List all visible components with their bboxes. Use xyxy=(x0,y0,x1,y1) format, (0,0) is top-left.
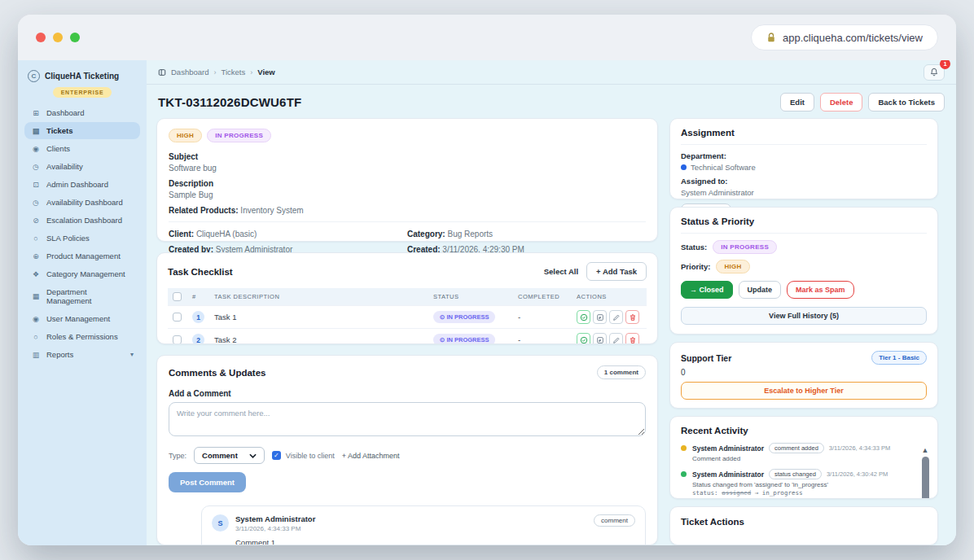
view-full-history-button[interactable]: View Full History (5) xyxy=(681,307,927,325)
activity-author: System Administrator xyxy=(692,444,764,453)
assignment-title: Assignment xyxy=(681,128,927,138)
activity-time: 3/11/2026, 4:30:42 PM xyxy=(827,470,888,478)
note-task-button[interactable] xyxy=(593,333,607,344)
visible-to-client-checkbox[interactable]: ✓ xyxy=(272,451,281,460)
delete-task-button[interactable] xyxy=(625,310,639,324)
sidebar-item-product-management[interactable]: ⊕Product Management xyxy=(24,247,140,265)
ticket-icon: ▤ xyxy=(31,127,41,135)
recent-activity-title: Recent Activity xyxy=(681,426,927,435)
department-icon: ▦ xyxy=(31,292,41,300)
sidebar-item-availability[interactable]: ◷Availability xyxy=(24,158,140,175)
delete-button[interactable]: Delete xyxy=(820,93,863,112)
complete-task-button[interactable] xyxy=(577,310,590,324)
task-completed: - xyxy=(513,306,572,329)
assigned-to-label: Assigned to: xyxy=(681,177,927,186)
breadcrumb-bar: Dashboard › Tickets › View 1 xyxy=(147,60,956,85)
task-checklist-card: Task Checklist Select All + Add Task # xyxy=(156,252,658,344)
sidebar-item-label: Product Management xyxy=(46,252,121,260)
activity-scrollbar[interactable]: ▲ ▼ xyxy=(920,446,930,499)
support-tier-card: Support Tier Tier 1 - Basic 0 Escalate t… xyxy=(669,342,938,409)
description-value: Sample Bug xyxy=(169,190,646,199)
task-checkbox[interactable] xyxy=(173,335,182,344)
subject-value: Software bug xyxy=(169,164,646,173)
sidebar-item-sla-policies[interactable]: ○SLA Policies xyxy=(24,230,140,247)
sidebar-item-label: Category Management xyxy=(46,269,125,278)
clock-icon: ◷ xyxy=(31,199,41,207)
scroll-up-icon[interactable]: ▲ xyxy=(922,446,929,454)
breadcrumb-dashboard[interactable]: Dashboard xyxy=(171,68,208,77)
comment-item: S System Administrator 3/11/2026, 4:34:3… xyxy=(201,505,646,545)
comment-input[interactable] xyxy=(169,402,646,436)
assigned-to-value: System Administrator xyxy=(681,188,927,197)
delete-task-button[interactable] xyxy=(625,333,639,344)
sidebar-item-user-management[interactable]: ◉User Management xyxy=(24,310,140,327)
sidebar-item-label: Availability Dashboard xyxy=(46,198,123,207)
activity-time: 3/11/2026, 4:34:33 PM xyxy=(829,444,890,452)
update-button[interactable]: Update xyxy=(739,281,782,299)
sidebar-item-label: Department Management xyxy=(46,287,134,305)
status-badge: IN PROGRESS xyxy=(713,240,777,254)
sidebar-item-admin-dashboard[interactable]: ⊡Admin Dashboard xyxy=(24,176,140,193)
address-bar[interactable]: app.cliqueha.com/tickets/view xyxy=(751,24,938,50)
sidebar-item-label: User Management xyxy=(46,314,110,323)
sidebar-item-roles-permissions[interactable]: ○Roles & Permissions xyxy=(24,328,140,345)
sidebar-item-availability-dashboard[interactable]: ◷Availability Dashboard xyxy=(24,194,140,211)
column-completed: COMPLETED xyxy=(513,288,572,306)
closed-button[interactable]: → Closed xyxy=(681,281,733,299)
reports-icon: ▥ xyxy=(31,351,41,359)
maximize-window-button[interactable] xyxy=(70,33,80,42)
status-badge: IN PROGRESS xyxy=(207,129,271,142)
add-attachment-link[interactable]: + Add Attachment xyxy=(342,452,400,460)
add-task-button[interactable]: + Add Task xyxy=(586,262,647,281)
department-dot-icon xyxy=(681,164,687,170)
type-label: Type: xyxy=(169,452,186,460)
sidebar-item-clients[interactable]: ◉Clients xyxy=(24,140,140,157)
column-actions: ACTIONS xyxy=(572,288,647,306)
complete-task-button[interactable] xyxy=(577,333,590,344)
close-window-button[interactable] xyxy=(36,33,46,42)
department-label: Department: xyxy=(681,151,927,160)
activity-item: System Administrator comment added 3/11/… xyxy=(681,443,927,462)
related-products: Related Products: Inventory System xyxy=(169,206,646,215)
note-task-button[interactable] xyxy=(593,310,607,324)
subject-label: Subject xyxy=(169,152,646,161)
activity-item: System Administrator status changed 3/11… xyxy=(681,469,927,497)
edit-button[interactable]: Edit xyxy=(780,93,814,112)
sidebar-item-reports[interactable]: ▥Reports▾ xyxy=(24,346,140,363)
mark-as-spam-button[interactable]: Mark as Spam xyxy=(787,281,854,299)
column-num: # xyxy=(187,288,209,306)
chevron-down-icon: ▾ xyxy=(130,351,134,358)
task-checkbox[interactable] xyxy=(173,313,182,322)
layout-icon xyxy=(158,68,166,77)
comment-count-badge: 1 comment xyxy=(597,365,646,379)
comment-type-select[interactable]: Comment xyxy=(194,447,265,464)
edit-task-button[interactable] xyxy=(609,333,623,344)
sidebar-item-label: Dashboard xyxy=(46,108,84,117)
category-icon: ❖ xyxy=(31,270,41,278)
minimize-window-button[interactable] xyxy=(53,33,63,42)
sidebar-item-department-management[interactable]: ▦Department Management xyxy=(24,283,140,309)
select-all-link[interactable]: Select All xyxy=(544,267,578,276)
comment-time: 3/11/2026, 4:34:33 PM xyxy=(235,525,315,532)
user-icon: ◉ xyxy=(31,315,41,323)
sidebar-item-tickets[interactable]: ▤Tickets xyxy=(24,122,140,139)
post-comment-button[interactable]: Post Comment xyxy=(169,472,246,492)
column-status: STATUS xyxy=(428,288,513,306)
ticket-details-card: HIGH IN PROGRESS Subject Software bug De… xyxy=(156,118,658,242)
sidebar-item-dashboard[interactable]: ⊞Dashboard xyxy=(24,104,140,121)
sidebar-item-label: Admin Dashboard xyxy=(46,180,108,189)
breadcrumb-tickets[interactable]: Tickets xyxy=(221,68,245,77)
escalate-button[interactable]: Escalate to Higher Tier xyxy=(681,382,927,400)
sidebar-item-escalation-dashboard[interactable]: ⊘Escalation Dashboard xyxy=(24,212,140,229)
select-all-checkbox[interactable] xyxy=(173,292,182,301)
edit-task-button[interactable] xyxy=(609,310,623,324)
bell-icon xyxy=(930,68,938,77)
sidebar-item-category-management[interactable]: ❖Category Management xyxy=(24,265,140,282)
back-to-tickets-button[interactable]: Back to Tickets xyxy=(868,93,945,112)
priority-label: Priority: xyxy=(681,262,710,271)
column-description: TASK DESCRIPTION xyxy=(209,288,428,306)
add-comment-label: Add a Comment xyxy=(169,389,646,398)
scrollbar-thumb[interactable] xyxy=(922,457,929,499)
brand-name: CliqueHA Ticketing xyxy=(45,72,119,81)
clients-icon: ◉ xyxy=(31,145,41,153)
